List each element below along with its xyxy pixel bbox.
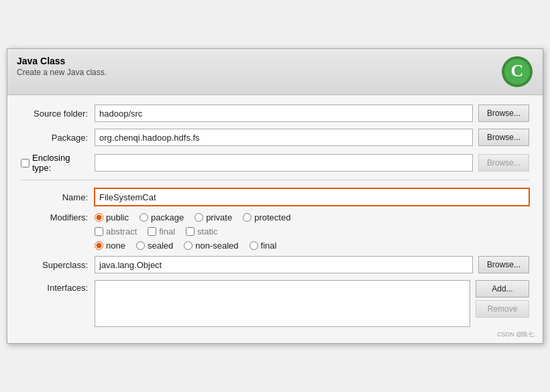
name-row: Name: xyxy=(21,188,529,206)
source-folder-browse-button[interactable]: Browse... xyxy=(478,105,529,122)
enclosing-type-input[interactable] xyxy=(95,154,473,172)
enclosing-type-row: Enclosing type: Browse... xyxy=(21,153,529,173)
modifier-final-check-item[interactable]: final xyxy=(148,226,175,237)
name-label: Name: xyxy=(21,192,95,202)
modifier-non-sealed-item[interactable]: non-sealed xyxy=(184,241,238,251)
modifiers-access-group: public package private protected xyxy=(95,212,301,222)
enclosing-type-browse-button: Browse... xyxy=(478,154,529,172)
name-input[interactable] xyxy=(95,188,529,206)
interfaces-row: Interfaces: Add... Remove xyxy=(21,280,529,327)
enclosing-type-checkbox[interactable] xyxy=(21,159,30,168)
modifier-package-item[interactable]: package xyxy=(140,212,184,222)
dialog-subtitle: Create a new Java class. xyxy=(17,68,107,77)
java-class-dialog: Java Class Create a new Java class. C So… xyxy=(7,48,543,344)
modifiers-row-1: Modifiers: public package private protec… xyxy=(21,212,529,222)
enclosing-label-group: Enclosing type: xyxy=(21,153,95,173)
modifier-final-radio-item[interactable]: final xyxy=(250,241,277,251)
modifier-private-label: private xyxy=(206,212,232,222)
header-text-group: Java Class Create a new Java class. xyxy=(17,56,107,77)
interfaces-buttons-group: Add... Remove xyxy=(476,280,529,318)
enclosing-type-label: Enclosing type: xyxy=(32,153,88,173)
modifier-none-item[interactable]: none xyxy=(95,241,125,251)
modifiers-row-3: none sealed non-sealed final xyxy=(95,241,529,251)
add-interface-button[interactable]: Add... xyxy=(476,280,529,298)
modifier-protected-item[interactable]: protected xyxy=(243,212,290,222)
dialog-content: Source folder: Browse... Package: Browse… xyxy=(7,95,543,343)
modifier-sealed-label: sealed xyxy=(148,241,173,251)
modifiers-row-2: abstract final static xyxy=(95,226,529,237)
superclass-label: Superclass: xyxy=(21,260,95,270)
modifier-private-radio[interactable] xyxy=(195,213,203,222)
modifier-sealed-item[interactable]: sealed xyxy=(136,241,173,251)
dialog-header: Java Class Create a new Java class. C xyxy=(7,49,543,95)
superclass-row: Superclass: Browse... xyxy=(21,256,529,273)
modifiers-sealed-group: none sealed non-sealed final xyxy=(95,241,287,251)
modifier-final-radio-label: final xyxy=(261,241,277,251)
source-folder-input[interactable] xyxy=(95,105,473,122)
modifier-private-item[interactable]: private xyxy=(195,212,232,222)
modifier-public-radio[interactable] xyxy=(95,213,103,222)
modifier-protected-radio[interactable] xyxy=(243,213,252,222)
watermark: CSDN @陈七. xyxy=(497,330,536,339)
package-label: Package: xyxy=(21,133,95,143)
package-input[interactable] xyxy=(95,129,473,146)
source-folder-label: Source folder: xyxy=(21,109,95,119)
modifier-package-radio[interactable] xyxy=(140,213,148,222)
modifier-final-checkbox[interactable] xyxy=(148,227,156,236)
modifier-non-sealed-label: non-sealed xyxy=(195,241,238,251)
svg-text:C: C xyxy=(511,61,524,80)
modifier-none-radio[interactable] xyxy=(95,241,103,250)
modifier-sealed-radio[interactable] xyxy=(136,241,145,250)
modifier-public-label: public xyxy=(106,212,129,222)
modifier-abstract-checkbox[interactable] xyxy=(95,227,103,236)
package-browse-button[interactable]: Browse... xyxy=(478,129,529,146)
superclass-input[interactable] xyxy=(95,256,473,273)
divider xyxy=(21,180,529,180)
modifier-none-label: none xyxy=(106,241,125,251)
modifiers-label: Modifiers: xyxy=(21,212,95,222)
modifier-static-label: static xyxy=(197,226,217,237)
interfaces-textarea[interactable] xyxy=(95,280,470,327)
remove-interface-button: Remove xyxy=(476,300,529,318)
modifier-final-radio[interactable] xyxy=(250,241,258,250)
modifier-public-item[interactable]: public xyxy=(95,212,129,222)
dialog-title: Java Class xyxy=(17,56,107,66)
package-row: Package: Browse... xyxy=(21,129,529,146)
modifier-abstract-label: abstract xyxy=(106,226,137,237)
modifier-abstract-item[interactable]: abstract xyxy=(95,226,137,237)
modifier-static-checkbox[interactable] xyxy=(186,227,195,236)
modifier-protected-label: protected xyxy=(254,212,290,222)
interfaces-label: Interfaces: xyxy=(21,280,95,293)
source-folder-row: Source folder: Browse... xyxy=(21,105,529,122)
intellij-logo: C xyxy=(501,56,533,88)
superclass-browse-button[interactable]: Browse... xyxy=(478,256,529,273)
modifier-package-label: package xyxy=(151,212,184,222)
modifier-static-item[interactable]: static xyxy=(186,226,217,237)
modifier-final-check-label: final xyxy=(159,226,175,237)
modifier-non-sealed-radio[interactable] xyxy=(184,241,192,250)
